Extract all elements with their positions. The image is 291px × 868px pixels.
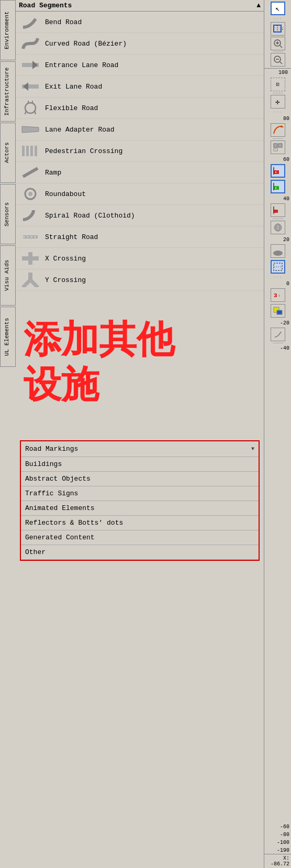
road-item-exit-lane[interactable]: Exit Lane Road	[16, 76, 264, 97]
cursor-tool-button[interactable]: ↖	[271, 2, 285, 15]
colored-box-button[interactable]	[271, 304, 285, 318]
svg-point-11	[28, 192, 32, 196]
grid-icon-button[interactable]	[271, 140, 285, 154]
svg-text:►: ►	[275, 187, 277, 190]
svg-text:►: ►	[275, 171, 277, 174]
road-item-roundabout[interactable]: Roundabout	[16, 183, 264, 205]
right-sidebar: ↖ ··· 120	[264, 0, 291, 868]
road-markings-dropdown[interactable]: Road Markings ▼	[21, 441, 259, 457]
flag-small-red-button[interactable]	[271, 203, 285, 217]
sphere-button[interactable]	[271, 221, 285, 234]
menu-item-abstract-objects[interactable]: Abstract Objects	[21, 472, 259, 486]
svg-text:120: 120	[279, 27, 283, 31]
sidebar-item-ul-elements[interactable]: UL Elements	[0, 307, 16, 367]
ruler-section-minus60: -60	[264, 822, 291, 830]
menu-item-reflectors-botts[interactable]: Reflectors & Botts' dots	[21, 516, 259, 530]
flag-green-button[interactable]: ►	[271, 180, 285, 193]
svg-marker-3	[23, 82, 28, 91]
bend-road-icon	[20, 14, 41, 30]
draw-curve-button[interactable]	[271, 123, 285, 137]
dashed-box-button[interactable]	[271, 260, 285, 274]
svg-point-39	[274, 224, 282, 231]
svg-marker-5	[22, 126, 39, 133]
sidebar-item-infrastructure[interactable]: Infrastructure	[0, 61, 16, 122]
flag-red-button[interactable]: ►	[271, 164, 285, 178]
menu-item-other[interactable]: Other	[21, 545, 259, 560]
bend-road-label: Bend Road	[45, 18, 82, 26]
zoom-region-button[interactable]: ⊡	[271, 78, 285, 91]
straight-road-label: Straight Road	[45, 233, 98, 241]
road-item-curved-road[interactable]: Curved Road (Bézier)	[16, 33, 264, 55]
road-items-list: Bend Road Curved Road (Bézier)	[16, 12, 264, 291]
svg-rect-15	[22, 256, 39, 261]
ruler-dash-3	[273, 138, 283, 139]
svg-rect-6	[22, 146, 25, 156]
menu-item-animated-elements[interactable]: Animated Elements	[21, 501, 259, 516]
ruler-section-minus20: -20	[264, 319, 291, 327]
ruler-dash-4	[273, 219, 283, 219]
ramp-label: Ramp	[45, 169, 61, 177]
ruler-section-minus80: -80	[264, 830, 291, 838]
ruler-section-80: 80	[264, 114, 291, 122]
road-item-lane-adapter[interactable]: Lane Adapter Road	[16, 119, 264, 140]
generated-content-label: Generated Content	[25, 534, 95, 541]
ruler-section-20: 20	[264, 235, 291, 243]
toolbar-dots: ···	[273, 16, 282, 21]
sidebar-item-sensors[interactable]: Sensors	[0, 184, 16, 244]
svg-marker-1	[32, 61, 38, 69]
chinese-overlay-text: 添加其他设施	[24, 317, 174, 407]
ruler-dots-2: ···	[264, 110, 291, 114]
svg-point-41	[273, 251, 283, 256]
road-item-ramp[interactable]: Ramp	[16, 162, 264, 183]
road-item-flexible-road[interactable]: Flexible Road	[16, 97, 264, 119]
road-item-straight-road[interactable]: Straight Road	[16, 226, 264, 248]
road-item-bend-road[interactable]: Bend Road	[16, 12, 264, 33]
zoom-box-button[interactable]: 120	[271, 22, 285, 36]
sidebar-item-visu-aids[interactable]: Visu Aids	[0, 245, 16, 306]
road-item-entrance-lane[interactable]: Entrance Lane Road	[16, 55, 264, 76]
ruler-section-40: 40	[264, 194, 291, 202]
svg-text:3: 3	[274, 292, 277, 299]
menu-item-generated-content[interactable]: Generated Content	[21, 530, 259, 545]
spiral-road-label: Spiral Road (Clothoid)	[45, 212, 135, 220]
svg-rect-47	[277, 310, 282, 314]
road-item-y-crossing[interactable]: Y Crossing	[16, 269, 264, 291]
ruler-section-60: 60	[264, 155, 291, 163]
curved-road-icon	[20, 36, 41, 51]
x-crossing-label: X Crossing	[45, 255, 86, 263]
svg-rect-29	[278, 144, 282, 147]
sidebar-item-environment[interactable]: Environment	[0, 0, 16, 60]
road-item-pedestrian-crossing[interactable]: Pedestrian Crossing	[16, 140, 264, 162]
svg-rect-30	[274, 148, 277, 151]
y-crossing-icon	[20, 272, 41, 288]
hill-button[interactable]	[271, 244, 285, 258]
move-tool-button[interactable]: ✛	[271, 95, 285, 108]
spiral-road-icon	[20, 208, 41, 223]
zoom-minus-button[interactable]	[271, 53, 285, 67]
road-item-spiral-road[interactable]: Spiral Road (Clothoid)	[16, 205, 264, 226]
flexible-road-icon	[20, 100, 41, 116]
ramp-icon	[20, 165, 41, 180]
ruler-dash-2	[273, 93, 283, 93]
ruler-dots-3: ···	[264, 275, 291, 279]
x-crossing-icon	[20, 251, 41, 266]
panel-arrow[interactable]: ▲	[256, 2, 261, 9]
menu-item-traffic-signs[interactable]: Traffic Signs	[21, 486, 259, 501]
svg-point-4	[25, 103, 36, 113]
curve-right-button[interactable]	[271, 328, 285, 341]
sidebar-item-actors[interactable]: Actors	[0, 123, 16, 183]
y-crossing-label: Y Crossing	[45, 276, 86, 284]
bottom-panel: Road Markings ▼ Buildings Abstract Objec…	[20, 440, 260, 561]
number-icon-button[interactable]: 3 ↑	[271, 288, 285, 302]
entrance-lane-icon	[20, 57, 41, 73]
zoom-plus-button[interactable]	[271, 37, 285, 50]
menu-item-buildings[interactable]: Buildings	[21, 457, 259, 472]
ruler-section-minus40: -40	[264, 344, 291, 352]
exit-lane-label: Exit Lane Road	[45, 83, 102, 91]
svg-rect-7	[26, 146, 29, 156]
ruler-section-0: 0	[264, 279, 291, 287]
pedestrian-crossing-icon	[20, 143, 41, 159]
lane-adapter-icon	[20, 122, 41, 137]
animated-elements-label: Animated Elements	[25, 504, 95, 512]
road-item-x-crossing[interactable]: X Crossing	[16, 248, 264, 269]
